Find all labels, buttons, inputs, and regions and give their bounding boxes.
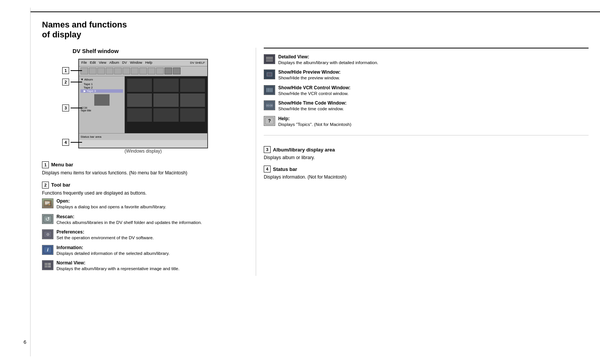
open-desc: Displays a dialog box and opens a favori… [56, 204, 244, 210]
label-4-bracket: 4 [62, 139, 69, 146]
icon-item-vcr: Show/Hide VCR Control Window: Show/Hide … [264, 85, 589, 97]
section-3-label: Album/library display area [273, 147, 335, 153]
icon-item-prefs: ⚙ Preferences: Set the operation environ… [42, 229, 244, 241]
prefs-icon: ⚙ [42, 229, 53, 239]
tb-btn-12 [173, 68, 181, 74]
normal-item-text: Normal View: Displays the album/library … [56, 260, 244, 272]
timecode-title: Show/Hide Time Code Window: [278, 100, 589, 106]
section-2-num: 2 [42, 182, 49, 188]
left-column: DV Shelf window 1 2 3 [42, 48, 256, 276]
section-2-heading: 2 Tool bar [42, 182, 244, 188]
window-toolbar [79, 66, 207, 76]
preview-desc: Show/Hide the preview window. [278, 75, 589, 81]
window-statusbar: Status bar area [79, 133, 207, 140]
vcr-icon [264, 85, 275, 95]
icon-item-normal: Normal View: Displays the album/library … [42, 260, 244, 272]
section-1-heading: 1 Menu bar [42, 161, 244, 168]
rescan-icon: ↺ [42, 214, 53, 224]
section-1-num: 1 [42, 161, 49, 168]
windows-display-caption: (Windows display) [42, 148, 244, 154]
section-1-label: Menu bar [51, 162, 73, 168]
window-menubar: File Edit View Album DV Window Help DV S… [79, 60, 207, 66]
prefs-title: Preferences: [56, 229, 244, 235]
icon-item-info: i Information: Displays detailed informa… [42, 245, 244, 257]
rescan-desc: Checks albums/libraries in the DV shelf … [56, 220, 244, 226]
vcr-item-text: Show/Hide VCR Control Window: Show/Hide … [278, 85, 589, 97]
info-desc: Displays detailed information of the sel… [56, 251, 244, 257]
normal-desc: Displays the album/library with a repres… [56, 266, 244, 272]
info-icon: i [42, 245, 53, 255]
page-number: 6 [24, 339, 26, 345]
tb-btn-6 [123, 68, 130, 74]
tb-btn-10 [156, 68, 164, 74]
tb-btn-4 [106, 68, 113, 74]
main-content: Names and functions of display DV Shelf … [31, 11, 600, 356]
tb-btn-2 [89, 68, 97, 74]
right-top-line [264, 48, 589, 48]
icon-item-help: ? Help: Displays "Topics". (Not for Maci… [264, 116, 589, 128]
open-item-text: Open: Displays a dialog box and opens a … [56, 198, 244, 210]
tb-btn-11 [165, 68, 172, 74]
open-icon [42, 198, 53, 208]
section-1-desc: Displays menu items for various function… [42, 170, 244, 176]
dv-shelf-title: DV Shelf window [73, 48, 244, 54]
help-desc: Displays "Topics". (Not for Macintosh) [278, 122, 589, 128]
section-4-desc: Displays information. (Not for Macintosh… [264, 174, 589, 180]
label-2-bracket: 2 [62, 79, 69, 85]
info-title: Information: [56, 245, 244, 250]
tb-btn-5 [114, 68, 122, 74]
help-item-text: Help: Displays "Topics". (Not for Macint… [278, 116, 589, 128]
preview-icon [264, 69, 275, 79]
info-item-text: Information: Displays detailed informati… [56, 245, 244, 257]
section-4-heading: 4 Status bar [264, 166, 589, 172]
section-2-desc: Functions frequently used are displayed … [42, 190, 244, 196]
vcr-title: Show/Hide VCR Control Window: [278, 85, 589, 90]
bottom-sections: 3 Album/library display area Displays al… [264, 135, 589, 180]
window-mock: File Edit View Album DV Window Help DV S… [78, 59, 208, 148]
window-left-panel: ▼ Album Tape 1 Tape 2 ▶ Tape 3 12:34 Tap… [79, 76, 125, 133]
preview-item-text: Show/Hide Preview Window: Show/Hide the … [278, 69, 589, 81]
timecode-icon: 00:00 [264, 100, 275, 110]
section-3-num: 3 [264, 146, 271, 153]
preview-title: Show/Hide Preview Window: [278, 69, 589, 75]
normal-view-icon [42, 260, 53, 270]
icon-item-preview: Show/Hide Preview Window: Show/Hide the … [264, 69, 589, 81]
help-title: Help: [278, 116, 589, 121]
content-columns: DV Shelf window 1 2 3 [42, 48, 589, 276]
label-3-bracket: 3 [62, 105, 69, 111]
section-3-heading: 3 Album/library display area [264, 146, 589, 153]
tb-btn-7 [131, 68, 139, 74]
right-column: Detailed View: Displays the album/librar… [256, 48, 589, 276]
vcr-desc: Show/Hide the VCR control window. [278, 91, 589, 97]
timecode-desc: Show/Hide the time code window. [278, 106, 589, 112]
rescan-item-text: Rescan: Checks albums/libraries in the D… [56, 214, 244, 226]
timecode-item-text: Show/Hide Time Code Window: Show/Hide th… [278, 100, 589, 112]
left-margin: 6 [0, 8, 31, 356]
help-icon: ? [264, 116, 275, 126]
window-illustration-container: 1 2 3 4 [78, 59, 208, 148]
detailed-view-icon [264, 54, 275, 64]
section-3-desc: Displays album or library. [264, 155, 589, 161]
window-thumbnails [127, 79, 205, 122]
detailed-item-text: Detailed View: Displays the album/librar… [278, 54, 589, 66]
open-title: Open: [56, 198, 244, 204]
window-content-area: ▼ Album Tape 1 Tape 2 ▶ Tape 3 12:34 Tap… [79, 76, 207, 133]
icon-item-timecode: 00:00 Show/Hide Time Code Window: Show/H… [264, 100, 589, 112]
page-container: 6 Names and functions of display DV Shel… [0, 0, 600, 364]
icon-item-detailed: Detailed View: Displays the album/librar… [264, 54, 589, 66]
toolbar-items: Open: Displays a dialog box and opens a … [42, 198, 244, 272]
rescan-title: Rescan: [56, 214, 244, 219]
tb-btn-8 [139, 68, 147, 74]
detailed-desc: Displays the album/library with detailed… [278, 60, 589, 66]
icon-item-open: Open: Displays a dialog box and opens a … [42, 198, 244, 210]
detailed-title: Detailed View: [278, 54, 589, 60]
page-title: Names and functions of display [42, 20, 589, 40]
tb-btn-3 [97, 68, 105, 74]
normal-title: Normal View: [56, 260, 244, 266]
section-2-label: Tool bar [51, 182, 70, 188]
prefs-desc: Set the operation environment of the DV … [56, 235, 244, 241]
section-4-num: 4 [264, 166, 271, 172]
window-dark-panel [125, 76, 207, 133]
label-1-bracket: 1 [62, 67, 69, 74]
tb-btn-9 [148, 68, 155, 74]
